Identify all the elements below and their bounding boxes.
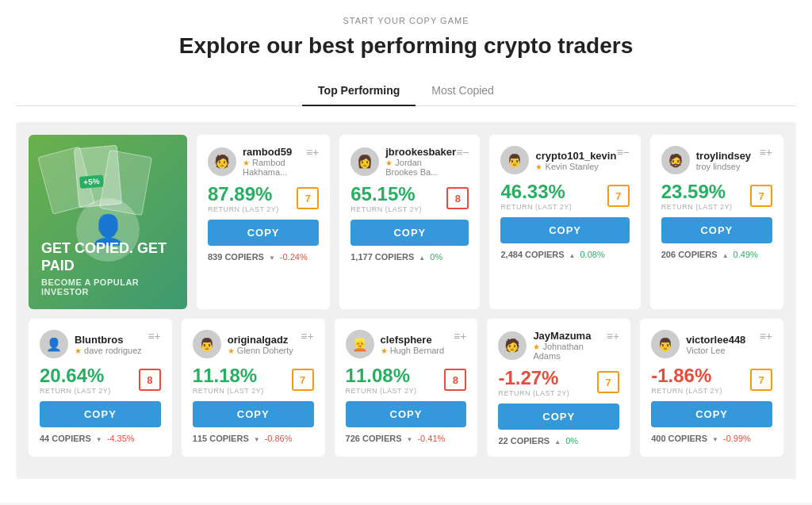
avatar: 👨 [193,330,221,358]
return-value: -1.27% [498,367,569,389]
promo-title: GET COPIED. GET PAID [41,240,174,274]
traders-row-2: 👤 Bluntbros ★ dave rodriguez ≡+ 20. [29,319,783,457]
star-icon: ★ [385,159,393,167]
trader-fullname: ★ Glenn Doherty [228,346,293,355]
promo-subtitle: BECOME A POPULAR INVESTOR [41,277,174,296]
trader-fullname: Victor Lee [686,346,745,355]
avatar: 👱 [346,330,374,358]
tab-top-performing[interactable]: Top Performing [302,76,416,106]
return-value: 65.15% [350,183,422,205]
copy-button[interactable]: COPY [40,401,161,427]
star-icon: ★ [381,346,388,355]
menu-icon[interactable]: ≡− [456,146,469,159]
trader-fullname: ★ Johnathan Adams [533,342,606,361]
copiers-row: 22 COPIERS 0% [498,436,619,446]
traders-row-1: +5% 👤 GET COPIED. GET PAID BECOME A POPU… [29,135,783,309]
avatar: 👩 [350,147,379,176]
trader-username: troylindsey [696,150,751,162]
star-icon: ★ [75,346,82,355]
traders-grid: +5% 👤 GET COPIED. GET PAID BECOME A POPU… [16,122,796,479]
down-arrow-icon [407,434,413,443]
risk-badge: 7 [750,369,772,391]
copy-button[interactable]: COPY [661,217,772,243]
risk-badge: 7 [292,369,314,391]
menu-icon[interactable]: ≡+ [306,146,319,159]
start-label: START YOUR COPY GAME [16,16,796,25]
star-icon: ★ [243,159,250,167]
copiers-row: 1,177 COPIERS 0% [350,252,469,262]
up-arrow-icon [722,250,729,259]
trader-username: JayMazuma [533,330,606,342]
copiers-row: 400 COPIERS -0.99% [651,434,772,443]
down-arrow-icon [712,434,718,443]
trader-card: 👨 originalgadz ★ Glenn Doherty ≡+ 1 [182,319,325,457]
menu-icon[interactable]: ≡− [616,146,629,159]
trader-card: 👩 jbrookesbaker ★ Jordan Brookes Ba... ≡… [339,135,480,309]
star-icon: ★ [533,342,540,351]
copy-button[interactable]: COPY [346,401,467,427]
trader-username: victorlee448 [686,334,745,346]
tab-most-copied[interactable]: Most Copied [416,76,510,106]
promo-card: +5% 👤 GET COPIED. GET PAID BECOME A POPU… [29,135,187,309]
down-arrow-icon [269,252,275,262]
trader-username: jbrookesbaker [385,146,456,158]
avatar: 👤 [40,330,68,358]
risk-badge: 8 [444,369,466,391]
trader-card: 👤 Bluntbros ★ dave rodriguez ≡+ 20. [29,319,172,457]
copy-button[interactable]: COPY [350,220,469,246]
tab-bar: Top Performing Most Copied [16,76,796,106]
trader-card: 👨 crypto101_kevin ★ Kevin Stanley ≡− [489,135,640,309]
avatar: 🧑 [498,331,527,360]
trader-fullname: troy lindsey [696,162,751,171]
menu-icon[interactable]: ≡+ [607,330,619,342]
trader-username: crypto101_kevin [535,150,616,162]
menu-icon[interactable]: ≡+ [760,330,772,342]
trader-username: rambod59 [243,146,306,158]
avatar: 👨 [651,330,680,358]
copy-button[interactable]: COPY [193,401,314,427]
down-arrow-icon [254,434,260,443]
trader-fullname: ★ Kevin Stanley [535,162,616,171]
risk-badge: 7 [297,187,319,209]
return-value: 11.18% [193,365,264,387]
trader-card: 🧑 JayMazuma ★ Johnathan Adams ≡+ -1 [487,319,630,457]
trader-username: Bluntbros [75,334,142,346]
return-value: -1.86% [651,365,722,387]
copiers-row: 2,484 COPIERS 0.08% [500,250,629,259]
copiers-row: 839 COPIERS -0.24% [208,252,319,262]
copy-button[interactable]: COPY [500,217,629,243]
copiers-row: 115 COPIERS -0.86% [193,434,314,443]
down-arrow-icon [96,434,102,443]
trader-fullname: ★ Jordan Brookes Ba... [385,158,456,177]
trader-username: originalgadz [228,334,293,346]
trader-card: 🧑 rambod59 ★ Rambod Hakhama... ≡+ 8 [197,135,330,309]
return-value: 11.08% [346,365,417,387]
menu-icon[interactable]: ≡+ [760,146,772,159]
copy-button[interactable]: COPY [651,401,772,427]
trader-card: 👨 victorlee448 Victor Lee ≡+ -1.86% RET [640,319,783,457]
up-arrow-icon [419,252,425,262]
trader-fullname: ★ Hugh Bernard [381,346,445,355]
risk-badge: 7 [750,185,772,207]
page-header: START YOUR COPY GAME Explore our best pe… [16,16,796,60]
star-icon: ★ [228,346,235,355]
avatar: 🧑 [208,147,236,176]
trader-card: 👱 clefsphere ★ Hugh Bernard ≡+ 11.0 [335,319,478,457]
menu-icon[interactable]: ≡+ [454,330,466,342]
menu-icon[interactable]: ≡+ [147,330,160,342]
avatar: 👨 [500,146,529,174]
copy-button[interactable]: COPY [498,404,619,430]
trader-username: clefsphere [381,334,445,346]
return-value: 46.33% [500,181,572,203]
up-arrow-icon [554,436,561,446]
page-title: Explore our best performing crypto trade… [16,32,796,60]
trader-fullname: ★ dave rodriguez [75,346,142,355]
copiers-row: 44 COPIERS -4.35% [40,434,161,443]
up-arrow-icon [569,250,576,259]
copy-button[interactable]: COPY [208,220,319,246]
menu-icon[interactable]: ≡+ [301,330,313,342]
risk-badge: 7 [607,185,630,207]
risk-badge: 7 [597,371,619,393]
return-value: 87.89% [208,183,279,205]
risk-badge: 8 [139,369,161,391]
